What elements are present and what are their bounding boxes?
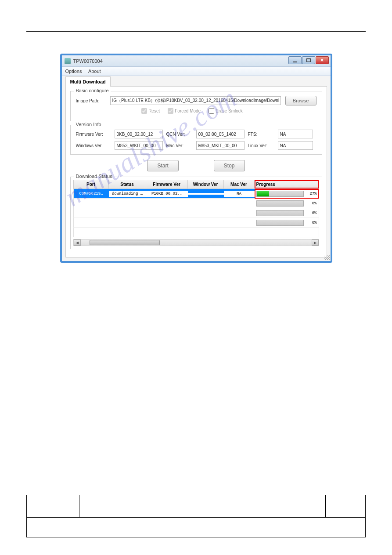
linux-ver-input[interactable]: [278, 141, 313, 150]
menu-options[interactable]: Options: [65, 69, 82, 74]
page-divider: [26, 31, 366, 32]
col-status[interactable]: Status: [109, 180, 146, 189]
maximize-button[interactable]: [302, 56, 315, 64]
version-legend: Version Info: [74, 122, 103, 127]
tab-multi-download[interactable]: Multi Download: [65, 76, 111, 87]
start-button[interactable]: Start: [147, 160, 178, 171]
cell-firmware: P10KB_00_02.…: [146, 191, 188, 197]
horizontal-scrollbar[interactable]: ◀ ▶: [73, 239, 319, 246]
progress-bar: [256, 200, 304, 207]
menu-about[interactable]: About: [88, 69, 101, 74]
table-row[interactable]: 0%: [73, 218, 319, 228]
app-icon: [65, 58, 71, 64]
titlebar[interactable]: TPW0070004 ×: [62, 55, 331, 67]
menu-bar: Options About: [62, 67, 331, 76]
browse-button[interactable]: Browse: [285, 96, 316, 105]
col-port[interactable]: Port: [74, 180, 109, 189]
qcn-ver-label: QCN Ver:: [166, 132, 193, 137]
windows-ver-input[interactable]: [115, 141, 163, 150]
fts-input[interactable]: [278, 130, 313, 138]
reset-checkbox[interactable]: Reset: [141, 108, 160, 114]
download-status-group: Download Status Port Status Firmware Ver…: [70, 177, 322, 249]
table-header: Port Status Firmware Ver Window Ver Mac …: [73, 180, 319, 189]
col-mac[interactable]: Mac Ver: [224, 180, 255, 189]
app-window: TPW0070004 × Options About Multi Downloa…: [60, 54, 332, 263]
firmware-ver-input[interactable]: [115, 130, 163, 138]
forced-mode-checkbox[interactable]: Forced Mode: [168, 108, 201, 114]
minimize-button[interactable]: [288, 56, 302, 64]
erase-smlock-checkbox[interactable]: Erase Smlock: [209, 108, 243, 114]
table-row[interactable]: 0%: [73, 199, 319, 208]
resize-grip-icon[interactable]: [324, 255, 330, 260]
scroll-left-arrow[interactable]: ◀: [74, 239, 81, 246]
progress-text: 27%: [306, 192, 317, 196]
linux-ver-label: Linux Ver:: [248, 143, 274, 148]
col-progress[interactable]: Progress: [255, 180, 319, 189]
basic-configure-group: Basic configure Image Path: Browse Reset…: [70, 91, 322, 121]
progress-bar: [256, 210, 304, 216]
table-row[interactable]: 0%: [73, 208, 319, 218]
col-firmware[interactable]: Firmware Ver: [146, 180, 188, 189]
progress-bar: [256, 191, 304, 197]
page-footer: [26, 495, 366, 537]
qcn-ver-input[interactable]: [196, 130, 245, 138]
cell-window: [188, 193, 224, 195]
table-row[interactable]: COM#56219… downloading … P10KB_00_02.… N…: [73, 189, 319, 199]
mac-ver-input[interactable]: [196, 141, 245, 150]
stop-button[interactable]: Stop: [214, 160, 245, 171]
image-path-input[interactable]: [110, 96, 281, 105]
col-window[interactable]: Window Ver: [188, 180, 224, 189]
basic-legend: Basic configure: [74, 88, 111, 93]
windows-ver-label: Windows Ver:: [76, 143, 111, 148]
progress-bar: [256, 220, 304, 226]
cell-port: COM#56219…: [74, 191, 109, 197]
tab-strip: Multi Download: [65, 76, 327, 87]
table-row[interactable]: [73, 228, 319, 237]
download-legend: Download Status: [74, 174, 114, 179]
progress-text: 0%: [306, 201, 317, 206]
progress-text: 0%: [306, 211, 317, 215]
version-info-group: Version Info Firmware Ver: QCN Ver: FTS:…: [70, 125, 322, 155]
mac-ver-label: Mac Ver:: [166, 143, 193, 148]
fts-label: FTS:: [248, 132, 274, 137]
cell-mac: NA: [224, 191, 255, 197]
scroll-right-arrow[interactable]: ▶: [312, 239, 319, 246]
window-title: TPW0070004: [73, 58, 103, 64]
cell-status: downloading …: [109, 191, 146, 197]
close-button[interactable]: ×: [316, 56, 329, 64]
progress-text: 0%: [306, 221, 317, 225]
image-path-label: Image Path:: [76, 98, 110, 103]
firmware-ver-label: Firmware Ver:: [76, 132, 111, 137]
scroll-thumb[interactable]: [90, 240, 160, 245]
